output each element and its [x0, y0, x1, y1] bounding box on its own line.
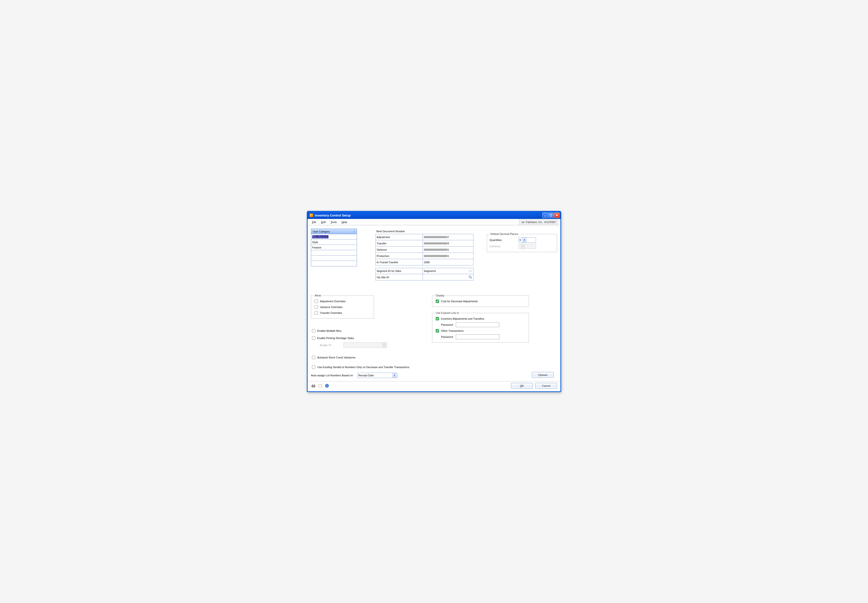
allow-transfer-overrides-checkbox[interactable]: Transfer Overrides: [314, 310, 371, 316]
ndn-transfer-label: Transfer: [375, 240, 422, 247]
footer: ? OK Cancel: [308, 380, 560, 391]
uel-other-password-input[interactable]: [456, 334, 500, 339]
menubar: File Edit Tools Help sa Fabrikam, Inc. 4…: [308, 219, 560, 225]
autopost-stock-count-checkbox[interactable]: Autopost Stock Count Variances: [311, 354, 356, 360]
use-expired-lots-fieldset: Use Expired Lots in: Inventory Adjustmen…: [432, 311, 529, 343]
auto-assign-lot-combo[interactable]: Receipt Date ▼: [357, 373, 398, 378]
window-title: Inventory Control Setup: [315, 213, 351, 217]
user-category-cell: Style: [312, 241, 318, 244]
checkbox-input[interactable]: [315, 300, 318, 303]
ndn-intransit-value[interactable]: 1080: [422, 259, 473, 265]
user-category-row[interactable]: [311, 261, 357, 266]
cost-for-decrease-checkbox[interactable]: Cost for Decrease Adjustments: [435, 298, 526, 304]
enable-picking-shortage-checkbox[interactable]: Enable Picking Shortage Tasks: [311, 335, 354, 341]
client-area: User Category → Manufacturer Style Featu…: [308, 225, 560, 380]
chevron-down-icon: ▼: [521, 244, 525, 249]
checkbox-label: Enable Picking Shortage Tasks: [317, 337, 354, 340]
user-category-row[interactable]: Manufacturer: [311, 234, 357, 240]
user-category-cell: Manufacturer: [312, 235, 328, 238]
checkbox-input[interactable]: [315, 311, 318, 315]
window-inventory-control-setup: Inventory Control Setup File Edit Tools …: [307, 211, 561, 392]
uel-other-checkbox[interactable]: Other Transactions: [435, 328, 526, 334]
user-category-row[interactable]: [311, 255, 357, 261]
uel-inventory-password-row: Password:: [441, 322, 526, 328]
svg-point-2: [469, 276, 471, 278]
auto-assign-lot-value: Receipt Date: [359, 374, 374, 377]
user-category-row[interactable]: Feature: [311, 245, 357, 250]
via-site-id-lookup-icon[interactable]: [468, 275, 473, 280]
assign-to-combo: ▼: [343, 342, 387, 348]
checkbox-label: Use Existing Serial/Lot Numbers Only on …: [317, 366, 409, 369]
quantities-combo[interactable]: 0 ▼: [518, 237, 536, 243]
via-site-id-value[interactable]: [422, 274, 473, 280]
checkbox-input[interactable]: [315, 305, 318, 309]
uel-inventory-password-input[interactable]: [456, 322, 500, 327]
user-category-header-label: User Category: [313, 230, 330, 233]
expand-arrow-icon[interactable]: →: [353, 230, 355, 233]
via-site-id-label: Via Site ID: [375, 274, 422, 280]
checkbox-label: Cost for Decrease Adjustments: [441, 300, 478, 303]
user-category-header[interactable]: User Category →: [311, 229, 357, 234]
app-icon: [309, 213, 313, 217]
segment-id-dropdown-icon[interactable]: [468, 269, 473, 274]
ndn-adjustment-value[interactable]: 00000000000000037: [422, 234, 473, 240]
default-decimal-places-fieldset: Default Decimal Places Quantities: 0 ▼ C…: [487, 232, 557, 252]
checkbox-label: Other Transactions: [441, 329, 464, 332]
chevron-down-icon: ▼: [393, 373, 396, 377]
minimize-button[interactable]: [543, 213, 548, 218]
checkbox-input[interactable]: [436, 300, 439, 303]
auto-assign-lot-row: Auto-assign Lot Numbers Based on Receipt…: [311, 373, 398, 378]
password-label: Password:: [441, 323, 453, 326]
menu-help[interactable]: Help: [339, 220, 350, 224]
allow-adjustment-overrides-checkbox[interactable]: Adjustment Overrides: [314, 298, 371, 304]
user-category-row[interactable]: [311, 250, 357, 255]
classes-button[interactable]: Classes: [532, 372, 554, 378]
ndn-variance-value[interactable]: 00000000000000001: [422, 247, 473, 253]
lower-panel: Allow: Adjustment Overrides Variance Ove…: [311, 294, 557, 381]
ndn-intransit-label: In-Transit Transfer: [375, 259, 422, 265]
user-category-list[interactable]: User Category → Manufacturer Style Featu…: [311, 229, 357, 266]
menu-tools[interactable]: Tools: [328, 220, 339, 224]
checkbox-input[interactable]: [312, 356, 315, 359]
chevron-down-icon: ▼: [522, 238, 526, 242]
uel-other-password-row: Password:: [441, 334, 526, 340]
display-legend: Display:: [435, 294, 446, 297]
note-icon[interactable]: [318, 383, 323, 388]
checkbox-input[interactable]: [312, 329, 315, 332]
allow-fieldset: Allow: Adjustment Overrides Variance Ove…: [311, 294, 374, 319]
menu-edit[interactable]: Edit: [319, 220, 328, 224]
checkbox-input[interactable]: [436, 317, 439, 320]
ndn-adjustment-label: Adjustment: [375, 234, 422, 240]
menu-file[interactable]: File: [309, 220, 319, 224]
password-label: Password:: [441, 336, 453, 338]
checkbox-label: Transfer Overrides: [320, 311, 342, 314]
titlebar[interactable]: Inventory Control Setup: [308, 212, 560, 219]
assign-to-label: Assign To:: [320, 344, 343, 346]
allow-variance-overrides-checkbox[interactable]: Variance Overrides: [314, 304, 371, 310]
checkbox-input[interactable]: [312, 365, 315, 369]
enable-multiple-bins-checkbox[interactable]: Enable Multiple Bins: [311, 328, 342, 334]
svg-rect-4: [313, 384, 314, 385]
print-icon[interactable]: [311, 383, 316, 388]
use-existing-serial-lot-checkbox[interactable]: Use Existing Serial/Lot Numbers Only on …: [311, 364, 409, 370]
quantities-label: Quantities:: [489, 238, 518, 241]
help-icon[interactable]: ?: [325, 383, 330, 388]
checkbox-input[interactable]: [436, 329, 439, 332]
use-expired-lots-legend: Use Expired Lots in:: [435, 311, 460, 314]
svg-rect-5: [313, 387, 314, 388]
svg-rect-0: [544, 216, 546, 216]
ok-button[interactable]: OK: [511, 383, 533, 389]
ndn-transfer-value[interactable]: 00000000000000003: [422, 240, 473, 247]
maximize-button[interactable]: [548, 213, 554, 218]
user-category-row[interactable]: Style: [311, 240, 357, 245]
segment-id-value[interactable]: Segment1: [422, 268, 473, 274]
status-company: Fabrikam, Inc.: [526, 221, 543, 224]
segment-id-text: Segment1: [424, 269, 436, 272]
status-date: 4/12/2007: [544, 221, 556, 224]
uel-inventory-checkbox[interactable]: Inventory Adjustments and Transfers: [435, 316, 526, 322]
close-button[interactable]: [554, 213, 559, 218]
next-document-number-header: Next Document Number: [375, 229, 473, 234]
ndn-production-value[interactable]: 00000000000000001: [422, 253, 473, 259]
cancel-button[interactable]: Cancel: [535, 383, 557, 389]
checkbox-input[interactable]: [312, 336, 315, 340]
